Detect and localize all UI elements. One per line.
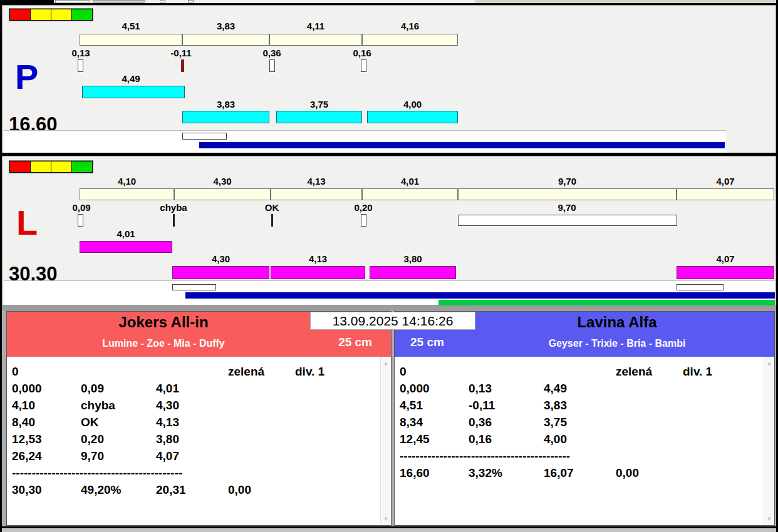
team-panel-right: Lavina Alfa Geyser - Trixie - Bria - Bam… <box>394 311 775 526</box>
split-segment-bar <box>174 188 271 200</box>
run-label: 4,49 <box>80 73 182 84</box>
split-label: 4,51 <box>80 21 182 31</box>
delta-label: 0,13 <box>62 48 100 58</box>
split-segment-bar <box>80 188 174 200</box>
run-bar-cyan <box>182 111 269 123</box>
split-segment-bar <box>458 188 677 200</box>
result-row: 0,000 0,09 4,01 <box>12 380 376 397</box>
bottom-strip <box>0 528 778 532</box>
gate-marker <box>361 214 366 227</box>
result-cell: 4,30 <box>156 397 228 414</box>
result-cell: 4,49 <box>544 380 616 397</box>
delta-label: 0,20 <box>341 202 385 213</box>
result-cell: 0,00 <box>616 464 683 481</box>
gate-marker <box>173 214 175 227</box>
gate-marker <box>269 59 275 72</box>
split-label: 4,11 <box>269 21 362 31</box>
result-cell: 4,00 <box>544 431 616 448</box>
scroll-up-button[interactable]: ▲ <box>381 358 391 368</box>
result-cell: div. 1 <box>295 363 376 380</box>
progress-bar-green <box>438 300 775 305</box>
progress-track <box>4 130 726 153</box>
result-row: 26,24 9,70 4,07 <box>12 448 376 464</box>
result-row: 8,34 0,36 3,75 <box>400 414 759 431</box>
split-label: 4,13 <box>271 176 362 187</box>
scroll-up-button[interactable]: ▲ <box>764 358 774 368</box>
traffic-yellow-cell <box>30 9 51 21</box>
result-cell: 12,45 <box>400 431 469 448</box>
result-cell: 49,20% <box>81 481 156 498</box>
traffic-green-cell <box>71 9 93 21</box>
progress-marker-bar <box>677 284 724 290</box>
delta-label: -0,11 <box>162 48 200 58</box>
gate-marker <box>271 214 273 227</box>
split-label: 4,01 <box>362 176 458 187</box>
result-cell: zelená <box>616 363 683 380</box>
run-bar-magenta <box>370 266 456 279</box>
result-cell: div. 1 <box>683 363 759 380</box>
team-dogs: Geyser - Trixie - Bria - Bambi <box>460 338 774 349</box>
run-label: 3,75 <box>276 99 362 110</box>
team-name: Jokers All-in <box>7 314 320 331</box>
split-segment-bar <box>362 34 458 46</box>
traffic-yellow-cell <box>30 161 51 173</box>
result-cell: zelená <box>228 363 295 380</box>
traffic-light-indicator <box>9 160 93 173</box>
split-segment-bar <box>269 34 362 46</box>
progress-bar-navy <box>185 292 775 299</box>
result-cell: 8,40 <box>12 414 81 431</box>
run-label: 4,30 <box>172 253 269 264</box>
result-total-row: 30,30 49,20% 20,31 0,00 <box>12 481 376 498</box>
traffic-red-cell <box>9 9 31 21</box>
scroll-down-button[interactable]: ▼ <box>764 514 774 524</box>
result-cell: 0,36 <box>469 414 544 431</box>
course-panel-p: 4,51 3,83 4,11 4,16 0,13 -0,11 0,36 0,16… <box>2 5 776 153</box>
run-bar-cyan <box>367 111 458 123</box>
result-cell: 4,10 <box>12 397 81 414</box>
run-bar-magenta <box>80 241 172 253</box>
run-label: 4,13 <box>271 253 365 264</box>
split-segment-bar <box>677 188 774 200</box>
result-cell: 4,01 <box>156 380 228 397</box>
result-cell: 8,34 <box>400 414 469 431</box>
scrollbar[interactable]: ▲ ▼ <box>764 357 774 525</box>
split-label: 4,30 <box>174 176 271 187</box>
result-cell: 26,24 <box>12 448 81 464</box>
split-label: 9,70 <box>458 176 677 187</box>
scroll-down-button[interactable]: ▼ <box>381 514 391 524</box>
split-label: 4,16 <box>362 21 458 31</box>
split-segment-bar <box>362 188 458 200</box>
split-label: 3,83 <box>182 21 269 31</box>
results-divider: ----------------------------------------… <box>12 464 376 481</box>
traffic-red-cell <box>9 161 31 173</box>
result-cell: 0,00 <box>228 481 295 498</box>
datetime-display: 13.09.2025 14:16:26 <box>310 312 475 330</box>
result-cell: 0 <box>400 363 469 380</box>
result-cell: 16,60 <box>400 464 469 481</box>
result-cell: 3,83 <box>544 397 616 414</box>
scrollbar[interactable]: ▲ ▼ <box>380 357 391 525</box>
result-row: 8,40 OK 4,13 <box>12 414 376 431</box>
traffic-light-indicator <box>9 8 93 21</box>
team-results-left: 0 zelená div. 1 0,000 0,09 4,01 4,10 chy… <box>7 357 391 525</box>
result-cell: chyba <box>81 397 156 414</box>
team-panel-left: Jokers All-in Lumine - Zoe - Mia - Duffy… <box>6 311 392 526</box>
result-row: 0,000 0,13 4,49 <box>400 380 759 397</box>
delta-label: chyba <box>152 202 195 213</box>
jump-height-badge: 25 cm <box>338 335 372 349</box>
course-letter-p: P <box>15 59 38 95</box>
jump-height-badge: 25 cm <box>410 335 444 349</box>
result-cell: 3,80 <box>156 431 228 448</box>
team-name: Lavina Alfa <box>460 314 774 331</box>
result-cell: 4,51 <box>400 397 469 414</box>
result-row: 0 zelená div. 1 <box>12 363 376 380</box>
result-cell: 0,09 <box>81 380 156 397</box>
window-border <box>0 526 778 528</box>
result-cell: -0,11 <box>469 397 544 414</box>
split-label: 4,07 <box>677 176 774 187</box>
split-segment-bar <box>271 188 362 200</box>
result-cell: 0,13 <box>469 380 544 397</box>
window-border <box>0 0 2 532</box>
delta-label: 0,16 <box>343 48 381 58</box>
traffic-green-cell <box>71 161 93 173</box>
